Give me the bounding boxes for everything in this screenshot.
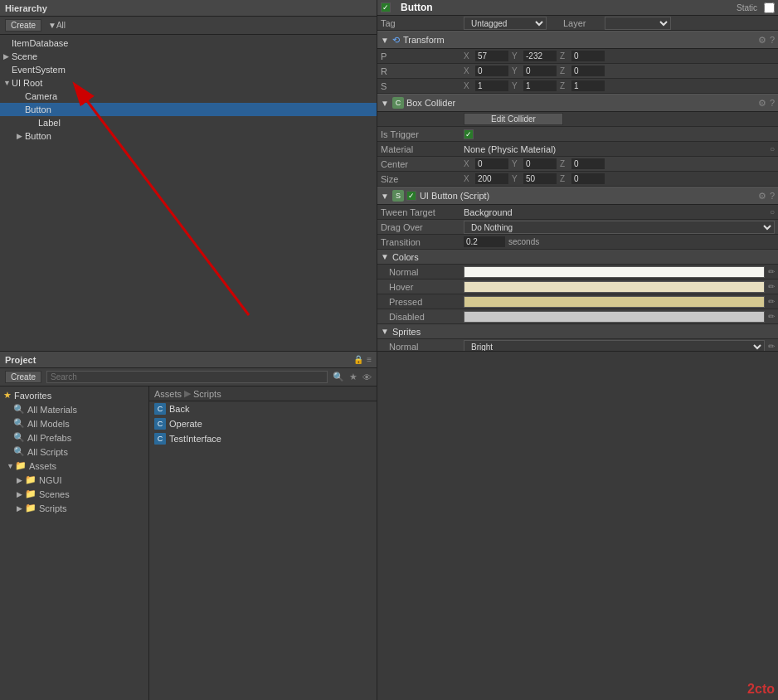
sprite-normal-dropdown[interactable]: Bright (464, 340, 765, 352)
sprites-arrow[interactable]: ▼ (381, 327, 389, 336)
tween-pick-icon[interactable]: ○ (770, 207, 775, 216)
tree-label: Camera (25, 91, 57, 101)
ui-button-settings-icon[interactable]: ⚙ (758, 191, 766, 202)
ui-button-arrow[interactable]: ▼ (381, 192, 389, 201)
colors-arrow[interactable]: ▼ (381, 252, 389, 261)
drag-over-row: Drag Over Do Nothing (377, 220, 778, 235)
size-z-field[interactable] (571, 173, 605, 184)
ui-button-book-icon: ? (770, 191, 775, 202)
drag-over-dropdown[interactable]: Do Nothing (464, 221, 775, 234)
color-hover-edit-icon[interactable]: ✏ (768, 282, 775, 291)
breadcrumb-assets: Assets (154, 389, 182, 399)
active-toggle[interactable]: ✓ (381, 2, 391, 12)
file-back[interactable]: C Back (149, 401, 377, 416)
ui-button-enabled[interactable]: ✓ (406, 191, 416, 201)
transform-title: Transform (403, 35, 445, 45)
tree-label: EventSystem (12, 65, 66, 75)
assets-folder[interactable]: ▼ 📁 Assets (0, 459, 148, 473)
tree-item-uiroot[interactable]: ▼ UI Root (0, 76, 377, 90)
project-tree: ★ Favorites 🔍 All Materials 🔍 All Models… (0, 386, 149, 700)
size-x-field[interactable] (475, 173, 508, 184)
transform-p-row: P X Y Z (377, 49, 778, 64)
file-label: TestInterface (169, 434, 221, 444)
scenes-folder[interactable]: ▶ 📁 Scenes (0, 487, 148, 501)
is-trigger-toggle[interactable]: ✓ (464, 129, 474, 139)
material-label: Material (381, 144, 464, 154)
fav-search-icon3: 🔍 (13, 432, 25, 443)
edit-collider-button[interactable]: Edit Collider (464, 113, 563, 125)
tree-item-label[interactable]: Label (0, 116, 377, 129)
color-pressed-edit-icon[interactable]: ✏ (768, 297, 775, 306)
bottom-area: Project 🔒 ≡ Create 🔍 ★ 👁 ★ Favorites (0, 352, 778, 700)
fav-search-icon: 🔍 (13, 404, 25, 415)
create-button[interactable]: Create (5, 19, 41, 32)
r-y-field[interactable] (523, 66, 557, 76)
fav-all-prefabs[interactable]: 🔍 All Prefabs (0, 430, 148, 445)
sprite-normal-edit-icon[interactable]: ✏ (768, 342, 775, 351)
project-more-icon[interactable]: ≡ (367, 355, 372, 364)
size-label: Size (381, 174, 464, 184)
box-collider-arrow[interactable]: ▼ (381, 99, 389, 108)
arrow: ▶ (3, 52, 12, 61)
color-hover-swatch[interactable] (464, 281, 765, 293)
hierarchy-title: Hierarchy (5, 3, 47, 13)
transform-s-row: S X Y Z (377, 79, 778, 94)
transform-settings-icon[interactable]: ⚙ (758, 35, 766, 46)
fav-all-materials[interactable]: 🔍 All Materials (0, 402, 148, 416)
p-y-field[interactable] (523, 51, 557, 61)
transition-value-field[interactable] (464, 236, 505, 247)
project-search-input[interactable] (46, 371, 328, 383)
project-lock-icon[interactable]: 🔒 (353, 355, 363, 364)
r-x-field[interactable] (475, 66, 508, 76)
s-z-field[interactable] (571, 80, 605, 91)
tree-label: UI Root (12, 78, 42, 88)
color-pressed-swatch[interactable] (464, 296, 765, 308)
project-eye-icon[interactable]: 👁 (362, 372, 372, 382)
project-fav-icon[interactable]: ★ (349, 372, 357, 382)
scripts-folder[interactable]: ▶ 📁 Scripts (0, 501, 148, 515)
fav-all-scripts[interactable]: 🔍 All Scripts (0, 445, 148, 459)
transform-arrow[interactable]: ▼ (381, 36, 389, 45)
breadcrumb-scripts: Scripts (193, 389, 221, 399)
tree-item-button2[interactable]: ▶ Button (0, 129, 377, 143)
static-checkbox[interactable] (764, 2, 775, 13)
center-z-field[interactable] (571, 158, 605, 169)
inspector-scroll: ▼ ⟲ Transform ⚙ ? P X Y Z (377, 31, 778, 351)
layer-dropdown[interactable] (605, 17, 671, 30)
size-y-field[interactable] (523, 173, 557, 184)
project-files-area: Assets ▶ Scripts C Back C Operate (149, 386, 377, 700)
center-y-field[interactable] (523, 158, 557, 169)
color-normal-row: Normal ✏ (377, 265, 778, 280)
tree-item-scene[interactable]: ▶ Scene (0, 50, 377, 63)
r-z-field[interactable] (571, 66, 605, 76)
s-y-field[interactable] (523, 80, 557, 91)
favorites-header[interactable]: ★ Favorites (0, 388, 148, 402)
breadcrumb: Assets ▶ Scripts (149, 386, 377, 401)
tree-item-button[interactable]: Button (0, 103, 377, 116)
tree-item-camera[interactable]: Camera (0, 90, 377, 103)
fav-all-models[interactable]: 🔍 All Models (0, 416, 148, 430)
inspector-top: ✓ Button Static (377, 0, 778, 16)
tree-item-itemdatabase[interactable]: ItemDatabase (0, 36, 377, 50)
center-x-field[interactable] (475, 158, 508, 169)
p-x-field[interactable] (475, 51, 508, 61)
s-x-field[interactable] (475, 80, 508, 91)
project-header: Project 🔒 ≡ (0, 352, 377, 368)
color-disabled-swatch[interactable] (464, 311, 765, 323)
color-normal-edit-icon[interactable]: ✏ (768, 267, 775, 276)
project-create-button[interactable]: Create (5, 371, 41, 383)
box-collider-settings-icon[interactable]: ⚙ (758, 98, 766, 109)
tree-label: Scene (12, 51, 37, 61)
tag-dropdown[interactable]: Untagged (464, 17, 547, 30)
p-z-field[interactable] (571, 51, 605, 61)
file-testinterface[interactable]: C TestInterface (149, 431, 377, 446)
color-disabled-edit-icon[interactable]: ✏ (768, 312, 775, 321)
ngui-folder-icon: 📁 (25, 474, 36, 485)
material-pick-icon[interactable]: ○ (770, 144, 775, 153)
ngui-folder[interactable]: ▶ 📁 NGUI (0, 473, 148, 487)
tree-label: ItemDatabase (12, 38, 68, 48)
color-normal-swatch[interactable] (464, 266, 765, 278)
tree-item-eventsystem[interactable]: EventSystem (0, 63, 377, 76)
file-operate[interactable]: C Operate (149, 416, 377, 431)
ui-button-icon: S (392, 190, 404, 202)
